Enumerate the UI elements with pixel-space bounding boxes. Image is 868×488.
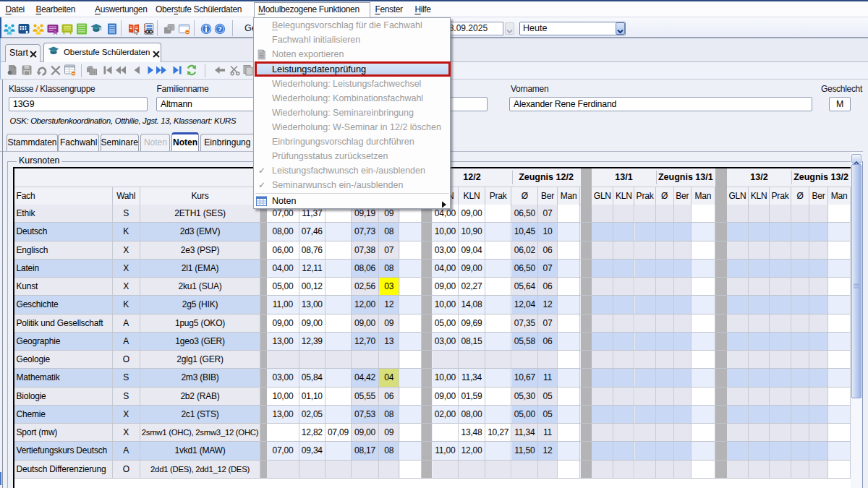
svg-text:?: ?	[218, 25, 222, 33]
